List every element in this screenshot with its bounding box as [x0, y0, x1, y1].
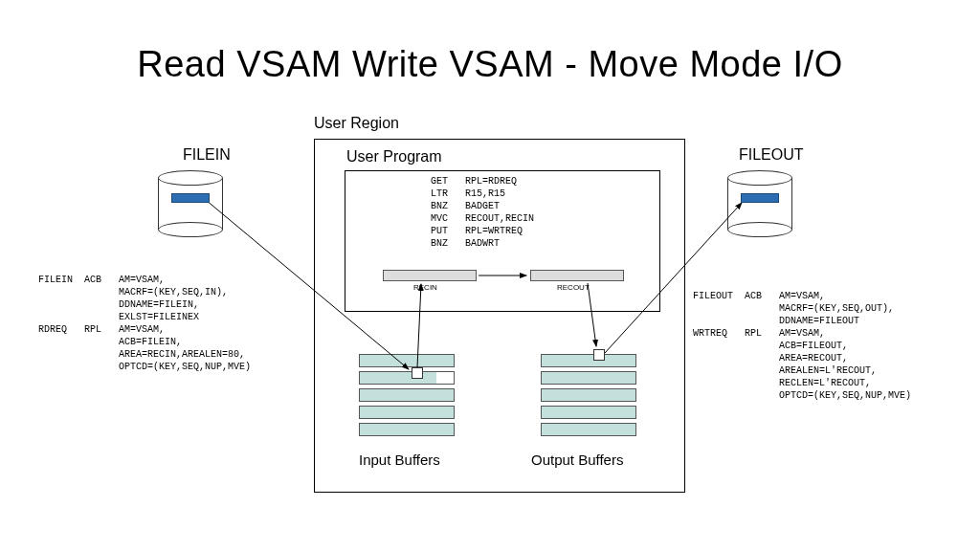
assembly-code: GET RPL=RDREQ LTR R15,R15 BNZ BADGET MVC…	[431, 175, 534, 250]
recout-bar	[530, 270, 624, 281]
input-buffers-label: Input Buffers	[359, 452, 440, 468]
user-region-label: User Region	[314, 115, 399, 132]
input-buffer-cursor-icon	[412, 367, 423, 379]
recout-label: RECOUT	[557, 283, 590, 292]
recin-bar	[383, 270, 477, 281]
output-buffers-label: Output Buffers	[531, 452, 623, 468]
output-buffer-cursor-icon	[593, 349, 605, 361]
page-title: Read VSAM Write VSAM - Move Mode I/O	[0, 44, 980, 85]
output-buffers	[541, 354, 636, 440]
recin-label: RECIN	[413, 283, 437, 292]
user-program-label: User Program	[346, 148, 442, 165]
filein-cylinder-icon	[158, 170, 223, 237]
fileout-acb-code: FILEOUT ACB AM=VSAM, MACRF=(KEY,SEQ,OUT)…	[693, 290, 911, 402]
fileout-label: FILEOUT	[739, 146, 804, 164]
filein-label: FILEIN	[183, 146, 231, 164]
input-buffers	[359, 354, 455, 440]
fileout-cylinder-icon	[727, 170, 792, 237]
filein-acb-code: FILEIN ACB AM=VSAM, MACRF=(KEY,SEQ,IN), …	[38, 274, 251, 373]
